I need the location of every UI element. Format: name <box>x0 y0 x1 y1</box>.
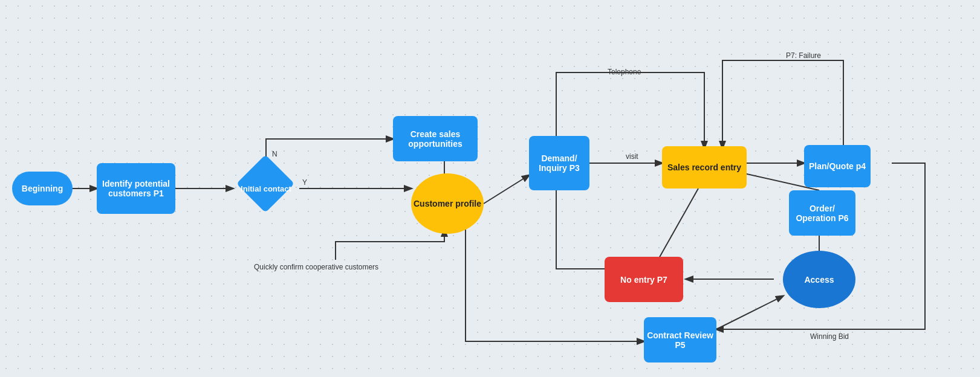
visit-label: visit <box>626 152 638 161</box>
order-operation-node: Order/ Operation P6 <box>789 190 855 236</box>
sales-record-node: Sales record entry <box>662 146 747 188</box>
quickly-confirm-label: Quickly confirm cooperative customers <box>254 263 378 271</box>
p7-failure-label: P7: Failure <box>786 51 821 60</box>
customer-profile-node: Customer profile <box>411 173 484 234</box>
telephone-label: Telephone <box>608 68 641 76</box>
y-label: Y <box>302 178 307 187</box>
plan-quote-node: Plan/Quote p4 <box>804 145 871 187</box>
initial-contact-diamond: Initial contact <box>233 160 299 218</box>
demand-inquiry-node: Demand/ Inquiry P3 <box>529 136 589 190</box>
flowchart-diagram: Beginning Identify potential customers P… <box>0 0 980 377</box>
identify-node: Identify potential customers P1 <box>97 163 175 214</box>
svg-line-4 <box>484 175 529 204</box>
winning-bid-label: Winning Bid <box>810 332 849 341</box>
beginning-node: Beginning <box>12 172 73 205</box>
access-node: Access <box>783 251 855 308</box>
create-sales-node: Create sales opportunities <box>393 116 478 161</box>
no-entry-node: No entry P7 <box>605 257 683 302</box>
contract-review-node: Contract Review P5 <box>644 317 716 362</box>
svg-line-11 <box>716 296 783 329</box>
n-label: N <box>272 150 277 158</box>
